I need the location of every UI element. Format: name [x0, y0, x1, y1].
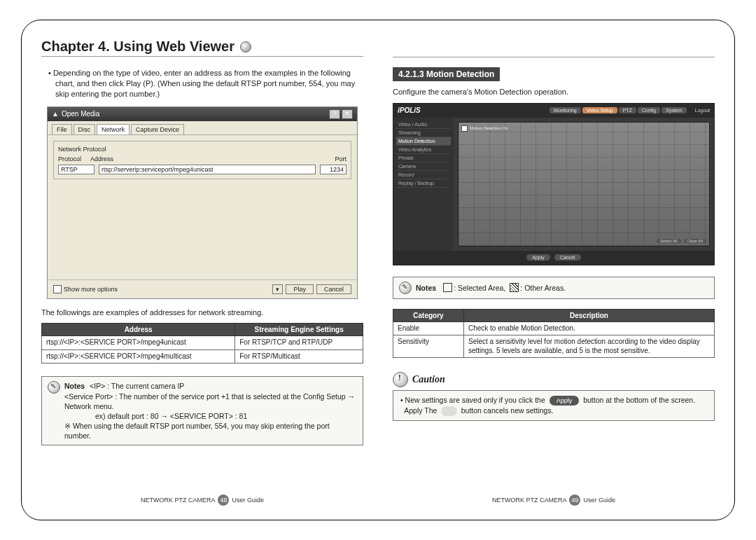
cell-category: Enable [393, 321, 464, 335]
notes-icon [48, 381, 60, 394]
help-icon[interactable]: ? [329, 109, 340, 119]
th-description: Description [463, 309, 714, 321]
sidebar-item[interactable]: Replay / Backup [396, 179, 451, 188]
cancel-button[interactable]: Cancel [316, 284, 351, 294]
tab-file[interactable]: File [52, 124, 72, 134]
legend-selected: : Selected Area, [454, 283, 505, 293]
dialog-title-icon: ▲ [52, 110, 59, 118]
page-footer-right: NETWORK PTZ CAMERA 49 User Guide [393, 494, 715, 506]
page-footer-left: NETWORK PTZ CAMERA 48 User Guide [41, 494, 363, 506]
caution-text: Apply The [404, 406, 437, 415]
examples-intro: The followings are examples of addresses… [41, 307, 363, 318]
ipolis-video-view[interactable]: Motion Detection On Select All Clear All [458, 122, 710, 247]
port-label: Port [335, 155, 346, 162]
sidebar-item[interactable]: Video Analytics [396, 146, 451, 154]
address-input[interactable]: rtsp://serverip:serviceport/mpeg4unicast [99, 165, 316, 174]
notes-line: <IP> : The current camera IP [90, 382, 184, 390]
ipolis-tab-system[interactable]: System [662, 107, 686, 113]
sidebar-item[interactable]: Private [396, 154, 451, 162]
ipolis-tab-monitoring[interactable]: Monitoring [550, 107, 581, 113]
dialog-title: Open Media [59, 110, 329, 118]
th-address: Address [42, 324, 235, 336]
ipolis-logout[interactable]: Logout [695, 108, 710, 113]
th-settings: Streaming Engine Settings [235, 324, 363, 336]
ipolis-tab-ptz[interactable]: PTZ [619, 107, 636, 113]
tab-disc[interactable]: Disc [74, 124, 96, 134]
checkbox-icon [53, 285, 62, 293]
table-header-row: Category Description [393, 309, 715, 321]
clear-all-button[interactable]: Clear All [684, 239, 706, 243]
ipolis-screenshot: iPOLiS Monitoring Video Setup PTZ Config… [393, 103, 715, 265]
notes-line: ※ When using the default RTSP port numbe… [64, 422, 330, 440]
network-protocol-fieldset: Network Protocol Protocol Address Port R… [53, 141, 351, 179]
ipolis-tab-videosetup[interactable]: Video Setup [582, 107, 617, 113]
close-icon[interactable]: ✕ [342, 109, 353, 119]
cancel-pill [441, 406, 457, 416]
dialog-titlebar: ▲ Open Media ? ✕ [48, 107, 357, 121]
cell-address: rtsp://<IP>:<SERVICE PORT>/mpeg4multicas… [42, 349, 235, 364]
page-frame: Chapter 4. Using Web Viewer Depending on… [21, 20, 735, 520]
selected-area-swatch-icon [443, 283, 452, 292]
ipolis-tab-config[interactable]: Config [638, 107, 660, 113]
caution-icon [393, 372, 408, 387]
sidebar-item[interactable]: Streaming [396, 129, 451, 137]
tab-capture-device[interactable]: Capture Device [131, 124, 184, 134]
dropdown-icon[interactable]: ▾ [272, 284, 283, 294]
chapter-title: Chapter 4. Using Web Viewer [41, 39, 234, 55]
table-row: rtsp://<IP>:<SERVICE PORT>/mpeg4multicas… [42, 349, 363, 364]
motion-detection-checkbox[interactable]: Motion Detection On [461, 125, 508, 132]
chapter-bullet-icon [240, 41, 251, 53]
notes-label: Notes [64, 382, 85, 390]
footer-product: NETWORK PTZ CAMERA [492, 497, 567, 504]
notes-line: <Service Port> : The number of the servi… [64, 392, 355, 410]
select-all-button[interactable]: Select All [657, 239, 681, 243]
cell-description: Select a sensitivity level for motion de… [463, 335, 714, 358]
notes-icon [399, 282, 412, 294]
dialog-tabs: File Disc Network Capture Device [48, 121, 357, 135]
th-category: Category [393, 309, 464, 321]
sidebar-item[interactable]: Camera [396, 162, 451, 171]
ipolis-top-bar: iPOLiS Monitoring Video Setup PTZ Config… [393, 104, 714, 118]
footer-guide: User Guide [232, 497, 264, 504]
address-label: Address [90, 155, 330, 162]
caution-box: • New settings are saved only if you cli… [393, 390, 715, 421]
notes-legend-box: Notes : Selected Area, : Other Areas. [393, 277, 715, 299]
cell-description: Check to enable Motion Detection. [463, 321, 714, 335]
apply-button[interactable]: Apply [526, 254, 550, 261]
notes-label: Notes [416, 283, 436, 293]
legend-other: : Other Areas. [520, 283, 566, 293]
apply-pill: Apply [550, 396, 580, 406]
right-column: 4.2.1.3 Motion Detection Configure the c… [393, 39, 715, 507]
cell-address: rtsp://<IP>:<SERVICE PORT>/mpeg4unicast [42, 336, 235, 350]
section-intro: Configure the camera's Motion Detection … [393, 87, 715, 97]
left-column: Chapter 4. Using Web Viewer Depending on… [41, 39, 363, 507]
caution-text: New settings are saved only if you click… [405, 396, 545, 404]
ipolis-bottom-bar: Apply Cancel [393, 251, 714, 265]
ipolis-logo: iPOLiS [398, 106, 421, 114]
play-button[interactable]: Play [286, 284, 314, 294]
fieldset-legend: Network Protocol [58, 146, 346, 153]
right-header-rule [393, 39, 715, 57]
notes-line: ex) default port : 80 → <SERVICE PORT> :… [64, 411, 247, 421]
cancel-button[interactable]: Cancel [554, 254, 581, 261]
sidebar-item[interactable]: Record [396, 171, 451, 179]
ipolis-sidebar: Video / Audio Streaming Motion Detection… [393, 118, 454, 251]
protocol-label: Protocol [58, 155, 86, 162]
dialog-footer: Show more options ▾ Play Cancel [48, 279, 357, 298]
cell-category: Sensitivity [393, 335, 464, 358]
show-more-checkbox[interactable]: Show more options [53, 285, 118, 293]
category-table: Category Description Enable Check to ena… [393, 309, 715, 359]
open-media-dialog: ▲ Open Media ? ✕ File Disc Network Captu… [47, 106, 358, 299]
section-heading: 4.2.1.3 Motion Detection [393, 67, 500, 81]
cell-settings: For RTSP/Multicast [235, 349, 363, 364]
page-number: 48 [218, 494, 229, 506]
footer-product: NETWORK PTZ CAMERA [141, 497, 216, 504]
tab-network[interactable]: Network [97, 124, 130, 134]
port-input[interactable]: 1234 [320, 165, 346, 174]
sidebar-item[interactable]: Video / Audio [396, 120, 451, 129]
other-area-swatch-icon [510, 283, 519, 292]
caution-text: button at the bottom of the screen. [583, 396, 695, 404]
table-row: rtsp://<IP>:<SERVICE PORT>/mpeg4unicast … [42, 336, 363, 350]
protocol-dropdown[interactable]: RTSP [58, 165, 94, 174]
sidebar-item-motion-detection[interactable]: Motion Detection [396, 137, 451, 146]
